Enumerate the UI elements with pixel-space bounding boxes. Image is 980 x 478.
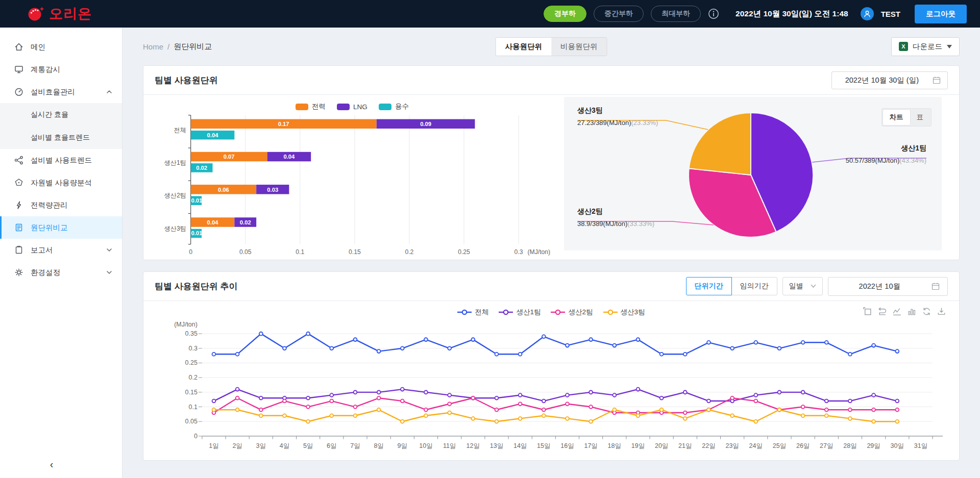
svg-text:0.17: 0.17	[278, 121, 289, 127]
line-chart-icon[interactable]	[893, 307, 901, 316]
sidebar-collapse-button[interactable]: ‹	[44, 457, 59, 472]
sidebar-item-label: 설비효율관리	[31, 87, 75, 97]
sidebar-item-power-management[interactable]: 전력량관리	[0, 194, 122, 216]
sidebar-item-settings[interactable]: 환경설정	[0, 261, 122, 284]
sidebar-subitem-realtime-efficiency[interactable]: 실시간 효율	[0, 103, 122, 126]
sidebar-item-label: 메인	[31, 42, 45, 52]
load-medium-button[interactable]: 중간부하	[594, 6, 644, 22]
sidebar-item-resource-analysis[interactable]: 자원별 사용량분석	[0, 171, 122, 194]
pie-toggle-table[interactable]: 표	[910, 110, 930, 125]
legend-item[interactable]: 생산2팀	[551, 308, 593, 317]
svg-text:0.15: 0.15	[185, 389, 198, 396]
interval-select[interactable]: 일별	[782, 277, 823, 295]
restore-icon[interactable]	[922, 307, 931, 316]
svg-text:0.1: 0.1	[189, 404, 198, 411]
sidebar-item-unit-comparison[interactable]: 원단위비교	[0, 216, 122, 239]
bar-chart-legend: 전력LNG용수	[151, 97, 554, 111]
svg-text:23일: 23일	[725, 442, 739, 449]
svg-text:29일: 29일	[867, 442, 880, 449]
svg-text:전체: 전체	[174, 127, 186, 134]
gear-icon	[14, 267, 24, 278]
sidebar-subitem-efficiency-trend[interactable]: 설비별 효율트렌드	[0, 126, 122, 149]
avatar[interactable]	[861, 7, 874, 20]
save-image-icon[interactable]	[937, 307, 946, 316]
main-content: Home / 원단위비교 사용원단위 비용원단위 X 다운로드 팀별 사용원단위…	[122, 28, 980, 478]
svg-text:20일: 20일	[655, 442, 668, 449]
sidebar-item-main[interactable]: 메인	[0, 36, 122, 58]
legend-item[interactable]: 생산3팀	[603, 308, 645, 317]
zoom-reset-icon[interactable]	[878, 307, 887, 316]
legend-item[interactable]: 용수	[379, 102, 409, 111]
period-unit-button[interactable]: 단위기간	[686, 277, 732, 295]
card1-date-value: 2022년 10월 30일 (일)	[845, 76, 919, 85]
svg-text:13일: 13일	[490, 442, 503, 449]
svg-text:9일: 9일	[398, 442, 407, 449]
compare-icon	[14, 222, 24, 233]
svg-text:0.3: 0.3	[189, 345, 198, 352]
svg-text:0.3: 0.3	[514, 248, 523, 256]
user-icon	[863, 9, 872, 18]
legend-marker	[551, 309, 565, 315]
sidebar-item-report[interactable]: 보고서	[0, 239, 122, 261]
svg-text:(MJ/ton): (MJ/ton)	[174, 321, 198, 328]
bar-chart-icon[interactable]	[908, 307, 916, 316]
legend-item[interactable]: 생산1팀	[499, 308, 541, 317]
svg-text:0.04: 0.04	[207, 132, 219, 138]
load-max-button[interactable]: 최대부하	[651, 6, 701, 22]
sidebar-item-system-monitor[interactable]: 계통감시	[0, 58, 122, 81]
svg-text:4일: 4일	[280, 442, 289, 449]
svg-text:27일: 27일	[820, 442, 833, 449]
svg-text:0.01: 0.01	[191, 230, 202, 236]
pie-toggle-chart[interactable]: 차트	[883, 110, 910, 125]
svg-text:생산3팀: 생산3팀	[164, 225, 186, 232]
legend-label: 생산3팀	[621, 308, 645, 317]
sidebar-item-usage-trend[interactable]: 설비별 사용트렌드	[0, 149, 122, 171]
sidebar-item-equipment-efficiency[interactable]: 설비효율관리	[0, 81, 122, 103]
download-button[interactable]: X 다운로드	[891, 37, 960, 56]
pie-label-team2: 생산2팀 38.9/389(MJ/ton)(33.33%)	[577, 207, 654, 228]
month-value: 2022년 10월	[859, 282, 900, 291]
sidebar-item-label: 자원별 사용량분석	[31, 178, 92, 188]
bar-chart-canvas[interactable]: 00.050.10.150.20.250.3(MJ/ton)0.170.090.…	[151, 111, 554, 260]
svg-text:30일: 30일	[891, 442, 904, 449]
pie-label-team3: 생산3팀 27.23/389(MJ/ton)(23.33%)	[577, 106, 658, 127]
tab-cost-unit[interactable]: 비용원단위	[551, 38, 607, 56]
legend-item[interactable]: LNG	[337, 102, 368, 111]
svg-text:31일: 31일	[914, 442, 927, 449]
svg-text:0.05: 0.05	[185, 418, 198, 425]
legend-label: 전력	[312, 102, 326, 111]
legend-item[interactable]: 전력	[296, 102, 326, 111]
pie-view-toggle: 차트 표	[881, 108, 932, 127]
period-custom-button[interactable]: 임의기간	[731, 277, 777, 295]
svg-text:26일: 26일	[796, 442, 810, 449]
line-chart-canvas[interactable]: (MJ/ton)00.050.10.150.20.250.30.351일2일3일…	[154, 320, 949, 456]
svg-text:11일: 11일	[443, 442, 456, 449]
legend-swatch	[296, 104, 308, 110]
legend-label: 생산2팀	[568, 308, 593, 317]
svg-text:24일: 24일	[749, 442, 763, 449]
username: TEST	[881, 10, 900, 18]
month-picker[interactable]: 2022년 10월	[828, 277, 948, 296]
svg-text:X: X	[901, 43, 905, 49]
legend-marker	[603, 309, 618, 315]
svg-text:22일: 22일	[702, 442, 715, 449]
svg-text:0.25: 0.25	[458, 248, 470, 256]
orion-ball-icon	[28, 6, 45, 21]
resource-icon	[14, 178, 24, 188]
svg-text:생산2팀: 생산2팀	[164, 192, 186, 199]
info-icon[interactable]	[708, 8, 719, 19]
load-light-button[interactable]: 경부하	[544, 6, 586, 22]
svg-text:10일: 10일	[419, 442, 432, 449]
breadcrumb-home[interactable]: Home	[143, 42, 163, 51]
chevron-down-icon	[811, 284, 816, 288]
tab-usage-unit[interactable]: 사용원단위	[496, 38, 552, 56]
zoom-select-icon[interactable]	[863, 307, 872, 316]
legend-item[interactable]: 전체	[457, 308, 488, 317]
svg-text:18일: 18일	[608, 442, 621, 449]
logout-button[interactable]: 로그아웃	[915, 5, 967, 23]
legend-marker	[457, 309, 472, 315]
svg-text:0.03: 0.03	[267, 187, 278, 193]
legend-swatch	[379, 104, 391, 110]
svg-text:7일: 7일	[350, 442, 360, 449]
card1-date-picker[interactable]: 2022년 10월 30일 (일)	[831, 71, 948, 89]
